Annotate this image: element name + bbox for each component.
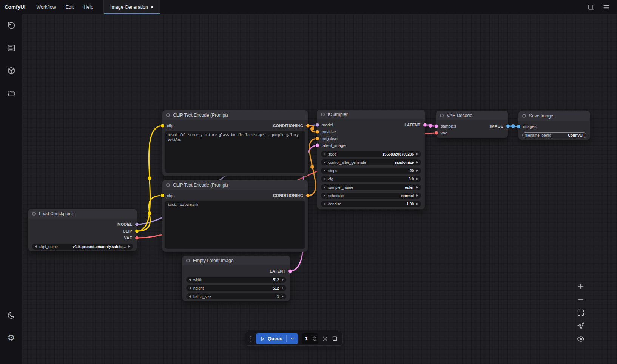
pan-mode-icon[interactable] [576,321,585,330]
toggle-panel-icon[interactable] [588,3,595,11]
widget-width[interactable]: width 512 [186,277,286,283]
collapse-dot-icon[interactable] [321,113,325,116]
widget-seed[interactable]: seed 156680208700286 [321,151,421,157]
node-save-image[interactable]: Save Image images filename_prefix ComfyU… [518,111,590,140]
stop-icon[interactable] [332,336,338,342]
decrement-icon[interactable] [189,279,191,281]
widget-height[interactable]: height 512 [186,285,286,291]
output-dot-conditioning[interactable] [306,124,310,128]
input-dot-positive[interactable] [316,130,319,134]
increment-icon[interactable] [282,287,284,289]
decrement-icon[interactable] [189,295,191,298]
step-up-icon[interactable] [313,336,316,338]
node-header[interactable]: Save Image [518,111,590,121]
increment-icon[interactable] [416,153,418,155]
fit-view-icon[interactable] [576,308,585,317]
settings-gear-icon[interactable]: ⚙ [7,333,16,342]
input-dot-samples[interactable] [435,125,438,128]
widget-ckpt-name[interactable]: ckpt_name v1-5-pruned-emaonly.safete... [32,244,133,250]
node-vae-decode[interactable]: VAE Decode samples IMAGE vae [436,111,508,138]
node-load-checkpoint[interactable]: Load Checkpoint MODEL CLIP VAE ckpt_name… [28,209,137,251]
model-library-icon[interactable] [7,66,16,75]
decrement-icon[interactable] [324,203,325,205]
input-dot-vae[interactable] [435,131,438,135]
node-header[interactable]: Load Checkpoint [28,209,137,219]
widget-filename-prefix[interactable]: filename_prefix ComfyUI [522,132,586,138]
increment-icon[interactable] [416,203,418,205]
prev-value-icon[interactable] [324,161,325,163]
menu-edit[interactable]: Edit [61,5,79,10]
toggle-visibility-eye-icon[interactable] [576,335,585,344]
prompt-text-widget[interactable]: beautiful scenery nature glass bottle la… [165,131,305,173]
input-dot-clip[interactable] [161,194,164,197]
menu-help[interactable]: Help [79,5,98,10]
theme-toggle-moon-icon[interactable] [7,311,16,320]
output-dot-conditioning[interactable] [306,194,310,197]
next-value-icon[interactable] [416,194,418,197]
widget-sampler-name[interactable]: sampler_name euler [321,184,421,190]
increment-icon[interactable] [416,170,418,172]
clear-queue-icon[interactable] [322,336,328,342]
output-dot-latent[interactable] [423,123,427,127]
decrement-icon[interactable] [324,170,325,172]
tab-image-generation[interactable]: Image Generation [103,0,160,14]
collapse-dot-icon[interactable] [166,183,170,187]
logs-panel-icon[interactable] [7,43,16,52]
prev-value-icon[interactable] [324,186,325,188]
prev-value-icon[interactable] [35,245,37,248]
step-down-icon[interactable] [313,339,316,341]
node-header[interactable]: CLIP Text Encode (Prompt) [162,180,308,190]
decrement-icon[interactable] [189,287,191,289]
widget-cfg[interactable]: cfg 8.0 [321,176,421,182]
output-dot-model[interactable] [135,223,139,226]
widget-control-after-generate[interactable]: control_after_generate randomize [321,159,421,165]
next-value-icon[interactable] [416,186,418,188]
output-dot-latent[interactable] [288,270,292,273]
node-ksampler[interactable]: KSampler model LATENT positive negative … [317,110,425,209]
input-dot-clip[interactable] [161,124,164,128]
decrement-icon[interactable] [324,153,325,155]
node-header[interactable]: Empty Latent Image [182,256,290,265]
queue-options-chevron-icon[interactable] [287,333,298,344]
batch-count-input[interactable]: 1 [302,333,318,344]
input-dot-latent-image[interactable] [316,144,319,147]
prev-value-icon[interactable] [324,194,325,197]
hamburger-menu-icon[interactable] [603,3,610,11]
node-header[interactable]: KSampler [317,110,425,119]
zoom-out-icon[interactable] [576,295,585,304]
input-dot-model[interactable] [316,123,319,127]
drag-handle-icon[interactable] [250,338,251,339]
node-clip-text-encode-positive[interactable]: CLIP Text Encode (Prompt) clip CONDITION… [162,110,308,176]
queue-button[interactable]: Queue [256,333,298,344]
widget-batch-size[interactable]: batch_size 1 [186,293,286,299]
input-dot-images[interactable] [517,125,520,128]
widget-steps[interactable]: steps 20 [321,168,421,174]
input-dot-negative[interactable] [316,137,319,140]
node-empty-latent-image[interactable]: Empty Latent Image LATENT width 512 heig… [182,256,290,301]
node-header[interactable]: CLIP Text Encode (Prompt) [162,110,308,120]
increment-icon[interactable] [282,279,284,281]
collapse-dot-icon[interactable] [522,114,526,118]
increment-icon[interactable] [416,178,418,180]
output-dot-vae[interactable] [135,236,139,240]
zoom-in-icon[interactable] [576,282,585,291]
increment-icon[interactable] [282,295,284,298]
node-header[interactable]: VAE Decode [436,111,508,120]
widget-denoise[interactable]: denoise 1.00 [321,201,421,207]
collapse-dot-icon[interactable] [186,259,190,262]
node-clip-text-encode-negative[interactable]: CLIP Text Encode (Prompt) clip CONDITION… [162,180,308,252]
collapse-dot-icon[interactable] [32,212,36,216]
decrement-icon[interactable] [324,178,325,180]
output-dot-image[interactable] [506,125,510,128]
next-value-icon[interactable] [416,161,418,163]
widget-scheduler[interactable]: scheduler normal [321,193,421,199]
prompt-text-widget[interactable]: text, watermark [165,201,305,249]
menu-workflow[interactable]: Workflow [32,5,61,10]
collapse-dot-icon[interactable] [440,114,444,117]
workflows-folder-icon[interactable] [7,89,16,98]
output-dot-clip[interactable] [135,230,139,233]
next-value-icon[interactable] [128,245,130,248]
workflow-history-icon[interactable] [7,21,16,30]
collapse-dot-icon[interactable] [166,113,170,117]
app-logo[interactable]: ComfyUI [0,4,32,10]
